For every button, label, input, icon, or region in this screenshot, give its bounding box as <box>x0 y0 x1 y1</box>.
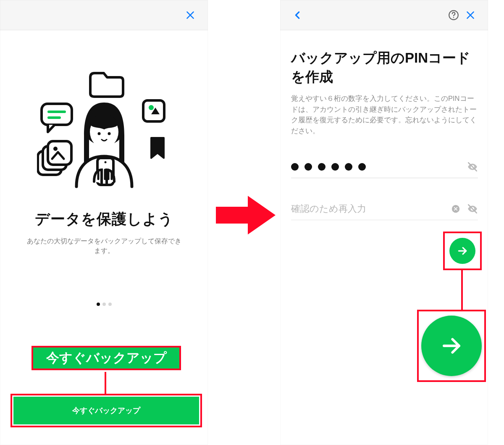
svg-point-13 <box>108 132 110 135</box>
topbar <box>280 0 488 30</box>
svg-rect-2 <box>42 104 72 125</box>
page-indicator <box>0 303 208 306</box>
page-description: 覚えやすい６桁の数字を入力してください。このPINコードは、アカウントの引き継ぎ… <box>291 93 478 136</box>
screen-create-pin: バックアップ用のPINコードを作成 覚えやすい６桁の数字を入力してください。この… <box>280 0 488 445</box>
callout-label: 今すぐバックアップ <box>46 349 167 367</box>
highlight-box <box>417 310 486 382</box>
button-label: 今すぐバックアップ <box>72 406 140 416</box>
callout-backup-now: 今すぐバックアップ <box>32 346 181 370</box>
pin-input[interactable] <box>291 155 478 178</box>
topbar <box>0 0 208 30</box>
page-dot <box>108 303 112 306</box>
svg-point-10 <box>149 105 154 110</box>
svg-point-12 <box>97 132 100 135</box>
svg-point-15 <box>104 161 106 163</box>
pin-confirm-input[interactable]: 確認のため再入力 <box>291 197 478 220</box>
highlight-box <box>443 232 482 270</box>
page-description: あなたの大切なデータをバックアップして保存できます。 <box>25 236 183 255</box>
annotation-connector <box>105 372 106 394</box>
page-title: データを保護しよう <box>0 209 208 229</box>
highlight-box: 今すぐバックアップ <box>10 394 202 427</box>
back-icon[interactable] <box>289 7 306 24</box>
page-dot <box>102 303 106 306</box>
svg-point-8 <box>53 147 58 151</box>
page-dot <box>97 303 100 306</box>
close-icon[interactable] <box>182 7 199 24</box>
next-button-enlarged[interactable] <box>421 316 482 376</box>
flow-arrow-icon <box>214 194 277 236</box>
pin-dots <box>291 163 366 171</box>
annotation-connector <box>461 270 463 310</box>
backup-now-button[interactable]: 今すぐバックアップ <box>13 397 199 424</box>
svg-point-17 <box>453 17 454 18</box>
placeholder: 確認のため再入力 <box>291 203 366 215</box>
next-button[interactable] <box>449 238 475 264</box>
clear-icon[interactable] <box>450 203 461 214</box>
visibility-off-icon[interactable] <box>467 161 478 172</box>
close-icon[interactable] <box>462 7 479 24</box>
page-title: バックアップ用のPINコードを作成 <box>291 49 477 86</box>
screen-backup-intro: データを保護しよう あなたの大切なデータをバックアップして保存できます。 今すぐ… <box>0 0 208 445</box>
visibility-off-icon[interactable] <box>467 203 478 214</box>
help-icon[interactable] <box>445 7 462 24</box>
illustration <box>0 70 208 196</box>
